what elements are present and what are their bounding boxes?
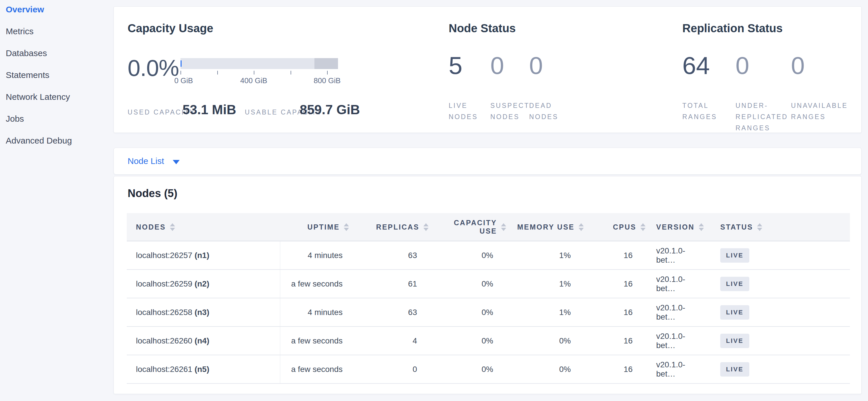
table-row: localhost:26260 (n4) a few seconds 4 0% …: [127, 326, 850, 355]
unavailable-ranges-label: UNAVAILABLE RANGES: [791, 100, 859, 122]
axis-tick: [254, 71, 254, 75]
cpus-cell: 16: [584, 355, 646, 383]
node-address-link[interactable]: localhost:26259: [136, 279, 192, 288]
axis-label: 800 GiB: [314, 76, 341, 85]
uptime-cell: a few seconds: [280, 269, 352, 298]
replicas-cell: 61: [352, 269, 429, 298]
capacity-bar: [181, 58, 338, 69]
sidebar-item-statements[interactable]: Statements: [6, 70, 114, 92]
column-header-uptime[interactable]: UPTIME: [280, 213, 352, 241]
status-badge: LIVE: [720, 277, 749, 291]
node-list-dropdown[interactable]: Node List: [128, 156, 180, 166]
node-status-stats: 5 LIVE NODES 0 SUSPECT NODES 0 DEAD NODE…: [449, 53, 592, 122]
table-row: localhost:26261 (n5) a few seconds 0 0% …: [127, 355, 850, 383]
chevron-down-icon: [173, 160, 180, 164]
capacity-use-cell: 0%: [429, 298, 506, 326]
node-address-link[interactable]: localhost:26258: [136, 308, 192, 317]
column-label: NODES: [136, 223, 166, 231]
capacity-usage-title: Capacity Usage: [128, 22, 213, 35]
column-label: CPUS: [613, 223, 636, 231]
memory-use-cell: 0%: [506, 355, 584, 383]
suspect-nodes-value: 0: [490, 53, 529, 100]
version-cell: v20.1.0-bet…: [646, 355, 703, 383]
nodes-table-title: Nodes (5): [128, 187, 177, 200]
status-badge: LIVE: [720, 334, 749, 348]
replicas-cell: 63: [352, 298, 429, 326]
column-header-status[interactable]: STATUS: [703, 213, 850, 241]
sort-icon: [699, 223, 704, 231]
capacity-used-percent: 0.0%: [128, 55, 179, 81]
usable-capacity-value: 859.7 GiB: [300, 102, 360, 118]
replicas-cell: 0: [352, 355, 429, 383]
uptime-cell: a few seconds: [280, 355, 352, 383]
capacity-used-marker: [181, 60, 182, 67]
axis-tick: [327, 71, 328, 75]
used-capacity-value: 53.1 MiB: [183, 102, 236, 118]
sidebar-item-metrics[interactable]: Metrics: [6, 26, 114, 48]
sort-icon: [344, 223, 349, 231]
version-cell: v20.1.0-bet…: [646, 326, 703, 355]
sort-icon: [579, 223, 584, 231]
sort-icon: [423, 223, 429, 231]
status-badge: LIVE: [720, 248, 749, 263]
column-label: VERSION: [656, 223, 695, 231]
axis-tick: [290, 71, 291, 75]
table-header-row: NODES UPTIME REPLICAS CAPACITY USE MEMOR…: [127, 213, 850, 241]
column-header-nodes[interactable]: NODES: [127, 213, 280, 241]
stat-live-nodes: 5 LIVE NODES: [449, 53, 490, 122]
memory-use-cell: 0%: [506, 326, 584, 355]
column-header-cpus[interactable]: CPUS: [584, 213, 646, 241]
nodes-table: NODES UPTIME REPLICAS CAPACITY USE MEMOR…: [127, 213, 850, 384]
memory-use-cell: 1%: [506, 269, 584, 298]
stat-dead-nodes: 0 DEAD NODES: [529, 53, 592, 122]
axis-label: 0 GiB: [174, 76, 193, 85]
node-status-title: Node Status: [449, 22, 516, 35]
node-address-link[interactable]: localhost:26260: [136, 336, 192, 345]
node-address-link[interactable]: localhost:26257: [136, 251, 192, 260]
sort-icon: [501, 223, 506, 231]
usable-capacity-label: USABLE CAPACITY: [245, 107, 292, 118]
stat-suspect-nodes: 0 SUSPECT NODES: [490, 53, 529, 122]
memory-use-cell: 1%: [506, 241, 584, 269]
sidebar-item-overview[interactable]: Overview: [6, 5, 114, 26]
node-id: (n1): [194, 251, 209, 260]
capacity-axis-ticks: [181, 71, 338, 75]
table-row: localhost:26258 (n3) 4 minutes 63 0% 1% …: [127, 298, 850, 326]
sort-icon: [640, 223, 646, 231]
replicas-cell: 4: [352, 326, 429, 355]
column-label: STATUS: [720, 223, 753, 231]
uptime-cell: 4 minutes: [280, 298, 352, 326]
view-selector-card: Node List: [114, 148, 862, 175]
cpus-cell: 16: [584, 326, 646, 355]
version-cell: v20.1.0-bet…: [646, 241, 703, 269]
sidebar-item-jobs[interactable]: Jobs: [6, 114, 114, 136]
sidebar-item-network-latency[interactable]: Network Latency: [6, 92, 114, 114]
cpus-cell: 16: [584, 241, 646, 269]
status-badge: LIVE: [720, 362, 749, 376]
stat-total-ranges: 64 TOTAL RANGES: [682, 53, 736, 134]
column-header-version[interactable]: VERSION: [646, 213, 703, 241]
dead-nodes-label: DEAD NODES: [529, 100, 572, 122]
sort-icon: [757, 223, 762, 231]
column-header-replicas[interactable]: REPLICAS: [352, 213, 429, 241]
dead-nodes-value: 0: [529, 53, 592, 100]
version-cell: v20.1.0-bet…: [646, 269, 703, 298]
under-replicated-ranges-value: 0: [736, 53, 791, 100]
column-label: CAPACITY USE: [454, 219, 497, 235]
sidebar-item-advanced-debug[interactable]: Advanced Debug: [6, 136, 114, 157]
node-address-link[interactable]: localhost:26261: [136, 365, 192, 374]
column-header-memory-use[interactable]: MEMORY USE: [506, 213, 584, 241]
memory-use-cell: 1%: [506, 298, 584, 326]
status-badge: LIVE: [720, 305, 749, 320]
column-header-capacity-use[interactable]: CAPACITY USE: [429, 213, 506, 241]
stat-under-replicated-ranges: 0 UNDER-REPLICATED RANGES: [736, 53, 791, 134]
column-label: UPTIME: [308, 223, 340, 231]
stat-unavailable-ranges: 0 UNAVAILABLE RANGES: [791, 53, 863, 134]
table-row: localhost:26259 (n2) a few seconds 61 0%…: [127, 269, 850, 298]
cluster-summary-card: Capacity Usage 0.0% 0 GiB 400 GiB: [114, 6, 862, 133]
node-id: (n2): [194, 279, 209, 288]
main-content: Capacity Usage 0.0% 0 GiB 400 GiB: [114, 0, 862, 394]
used-capacity-label: USED CAPACITY: [128, 107, 175, 118]
capacity-use-cell: 0%: [429, 355, 506, 383]
sidebar-item-databases[interactable]: Databases: [6, 48, 114, 70]
